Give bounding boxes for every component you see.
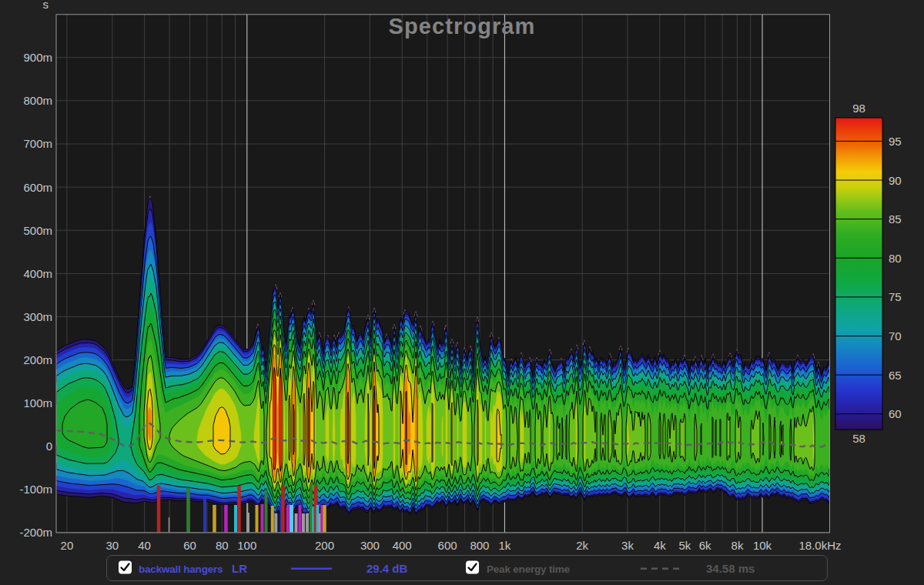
svg-text:-100m: -100m <box>19 483 52 496</box>
svg-text:200m: 200m <box>23 353 52 366</box>
svg-text:300m: 300m <box>23 310 52 323</box>
svg-text:3k: 3k <box>621 539 634 552</box>
svg-text:75: 75 <box>889 290 902 303</box>
svg-text:500m: 500m <box>23 224 52 237</box>
svg-text:90: 90 <box>889 174 902 187</box>
svg-text:8k: 8k <box>732 539 744 552</box>
svg-text:0: 0 <box>46 440 52 453</box>
svg-text:60: 60 <box>183 539 196 552</box>
svg-text:800: 800 <box>470 539 489 552</box>
svg-text:300: 300 <box>360 539 380 552</box>
svg-text:30: 30 <box>105 539 119 552</box>
svg-text:95: 95 <box>889 135 902 148</box>
svg-text:600: 600 <box>438 539 457 552</box>
svg-text:600m: 600m <box>23 181 52 194</box>
svg-text:-200m: -200m <box>19 526 52 539</box>
svg-text:58: 58 <box>852 432 865 445</box>
svg-text:400m: 400m <box>23 267 52 280</box>
svg-text:400: 400 <box>393 539 412 552</box>
svg-text:100: 100 <box>237 539 256 552</box>
svg-text:Spectrogram: Spectrogram <box>389 14 536 38</box>
svg-text:85: 85 <box>889 212 902 226</box>
svg-text:LR: LR <box>232 562 247 575</box>
svg-text:200: 200 <box>315 539 334 552</box>
svg-text:29.4 dB: 29.4 dB <box>367 562 408 575</box>
svg-text:900m: 900m <box>23 51 52 64</box>
svg-text:98: 98 <box>852 102 865 115</box>
svg-text:70: 70 <box>889 329 902 343</box>
svg-text:backwall hangers: backwall hangers <box>139 563 223 575</box>
svg-text:800m: 800m <box>23 94 52 107</box>
svg-text:18.0kHz: 18.0kHz <box>798 539 841 552</box>
svg-text:100m: 100m <box>23 396 52 410</box>
svg-text:10k: 10k <box>753 539 772 552</box>
svg-text:s: s <box>43 0 49 11</box>
svg-text:80: 80 <box>216 539 229 552</box>
svg-text:20: 20 <box>61 539 74 552</box>
svg-text:Peak energy time: Peak energy time <box>487 563 571 575</box>
svg-text:34.58 ms: 34.58 ms <box>706 562 755 575</box>
svg-text:6k: 6k <box>699 539 711 552</box>
svg-text:4k: 4k <box>654 539 666 552</box>
svg-text:1k: 1k <box>498 539 511 552</box>
svg-text:60: 60 <box>889 407 902 420</box>
svg-text:700m: 700m <box>23 137 52 150</box>
svg-text:2k: 2k <box>576 539 588 552</box>
svg-text:80: 80 <box>889 252 902 265</box>
svg-text:65: 65 <box>889 369 902 382</box>
svg-text:40: 40 <box>138 539 151 552</box>
svg-text:5k: 5k <box>678 539 691 552</box>
